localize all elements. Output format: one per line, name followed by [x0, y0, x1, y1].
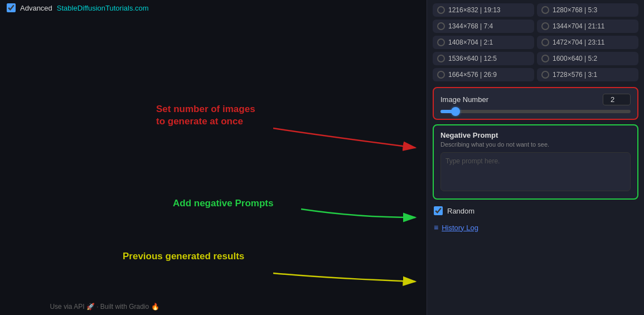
footer-text: Use via API 🚀 · Built with Gradio 🔥 — [50, 303, 159, 311]
res-radio-4 — [437, 38, 445, 46]
res-label-5: 1472×704 | 23:11 — [553, 38, 605, 46]
annotation-image-number-text: Set number of imagesto generate at once — [156, 103, 255, 128]
neg-prompt-subtitle: Describing what you do not want to see. — [440, 141, 631, 148]
res-radio-1 — [541, 6, 549, 14]
res-option-1[interactable]: 1280×768 | 5:3 — [537, 3, 638, 17]
slider-container — [440, 110, 631, 113]
annotation-image-number: Set number of imagesto generate at once — [156, 103, 255, 128]
image-number-header: Image Number — [440, 94, 631, 105]
res-option-6[interactable]: 1536×640 | 12:5 — [433, 52, 534, 65]
neg-prompt-textarea[interactable] — [440, 152, 631, 191]
res-radio-3 — [541, 22, 549, 30]
res-option-0[interactable]: 1216×832 | 19:13 — [433, 3, 534, 17]
annotation-previous-text: Previous generated results — [123, 251, 244, 262]
res-radio-8 — [437, 71, 445, 79]
res-radio-0 — [437, 6, 445, 14]
res-label-7: 1600×640 | 5:2 — [553, 55, 597, 62]
res-label-8: 1664×576 | 26:9 — [448, 71, 497, 79]
advanced-checkbox[interactable] — [7, 3, 16, 12]
annotation-negative-text: Add negative Prompts — [173, 198, 273, 209]
res-label-1: 1280×768 | 5:3 — [553, 6, 597, 14]
res-option-3[interactable]: 1344×704 | 21:11 — [537, 20, 638, 33]
right-panel: 1216×832 | 19:13 1280×768 | 5:3 1344×768… — [427, 0, 644, 315]
res-option-8[interactable]: 1664×576 | 26:9 — [433, 68, 534, 81]
res-label-0: 1216×832 | 19:13 — [448, 6, 501, 14]
main-layout: Advanced StableDiffusionTutorials.com Se… — [0, 0, 644, 315]
image-number-title: Image Number — [440, 95, 488, 104]
res-option-4[interactable]: 1408×704 | 2:1 — [433, 36, 534, 49]
footer: Use via API 🚀 · Built with Gradio 🔥 — [0, 303, 209, 311]
res-label-6: 1536×640 | 12:5 — [448, 55, 497, 62]
history-log-row: ≡ History Log — [427, 220, 644, 238]
res-label-3: 1344×704 | 21:11 — [553, 22, 605, 30]
image-number-section: Image Number — [433, 87, 638, 120]
res-option-7[interactable]: 1600×640 | 5:2 — [537, 52, 638, 65]
res-radio-6 — [437, 55, 445, 62]
res-radio-5 — [541, 38, 549, 46]
slider-track — [440, 110, 631, 113]
left-panel: Advanced StableDiffusionTutorials.com Se… — [0, 0, 427, 315]
random-label: Random — [447, 207, 474, 215]
advanced-label: Advanced — [20, 4, 52, 12]
random-row: Random — [427, 202, 644, 220]
site-link[interactable]: StableDiffusionTutorials.com — [57, 4, 149, 12]
history-icon: ≡ — [434, 223, 438, 232]
slider-thumb[interactable] — [451, 107, 460, 116]
res-option-9[interactable]: 1728×576 | 3:1 — [537, 68, 638, 81]
image-number-input[interactable] — [603, 94, 631, 105]
res-label-4: 1408×704 | 2:1 — [448, 38, 493, 46]
annotation-previous-results: Previous generated results — [123, 251, 244, 262]
res-label-2: 1344×768 | 7:4 — [448, 22, 493, 30]
arrows-svg — [0, 0, 427, 315]
random-checkbox[interactable] — [434, 206, 443, 215]
res-label-9: 1728×576 | 3:1 — [553, 71, 597, 79]
resolution-grid: 1216×832 | 19:13 1280×768 | 5:3 1344×768… — [427, 0, 644, 85]
annotation-negative-prompt: Add negative Prompts — [173, 198, 273, 209]
neg-prompt-title: Negative Prompt — [440, 131, 631, 139]
history-log-link[interactable]: History Log — [442, 224, 478, 232]
res-option-5[interactable]: 1472×704 | 23:11 — [537, 36, 638, 49]
res-radio-2 — [437, 22, 445, 30]
negative-prompt-section: Negative Prompt Describing what you do n… — [433, 124, 638, 200]
res-option-2[interactable]: 1344×768 | 7:4 — [433, 20, 534, 33]
res-radio-7 — [541, 55, 549, 62]
top-bar: Advanced StableDiffusionTutorials.com — [0, 0, 427, 16]
res-radio-9 — [541, 71, 549, 79]
